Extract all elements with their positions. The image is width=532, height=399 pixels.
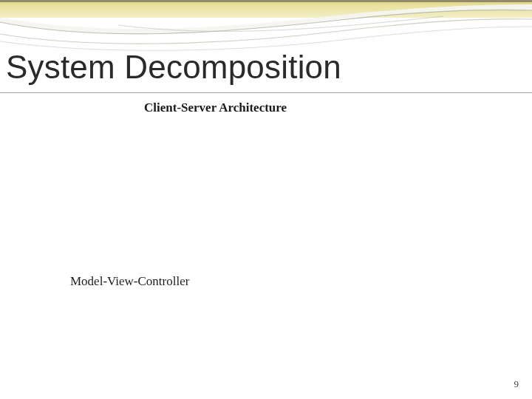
slide: System Decomposition Client-Server Archi… — [0, 0, 532, 399]
title-underline — [0, 92, 532, 93]
decorative-header-band — [0, 0, 532, 47]
page-number: 9 — [514, 378, 519, 390]
subtitle-mvc: Model-View-Controller — [70, 274, 189, 289]
slide-title: System Decomposition — [6, 49, 341, 86]
subtitle-client-server: Client-Server Architecture — [144, 100, 287, 115]
